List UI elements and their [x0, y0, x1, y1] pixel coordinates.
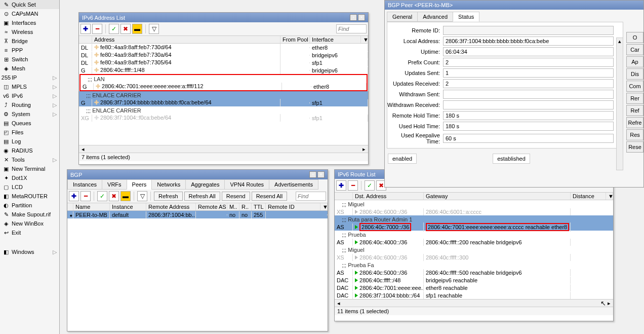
- sidebar-item-exit[interactable]: ↩Exit: [0, 228, 59, 237]
- tab-aggregates[interactable]: Aggregates: [185, 179, 225, 190]
- tab-vrfs[interactable]: VRFs: [102, 179, 127, 190]
- h-scrollbar[interactable]: ◂ ▸: [79, 145, 368, 153]
- filter-button[interactable]: ▽: [149, 24, 159, 34]
- resend-all-button[interactable]: Resend All: [252, 192, 288, 201]
- scroll-right-icon[interactable]: ▸: [606, 300, 612, 306]
- table-row[interactable]: XS 2806:40c:6000::/36 2806:40c:6001::a:c…: [335, 208, 613, 215]
- sidebar-item-metarouter[interactable]: ◧MetaROUTER: [0, 192, 59, 201]
- tab-instances[interactable]: Instances: [67, 179, 102, 190]
- sidebar-item-queues[interactable]: ▤Queues: [0, 119, 59, 128]
- side-btn-rer[interactable]: Rer: [626, 93, 643, 104]
- table-row[interactable]: DL✚ fe80::4aa9:8aff:feb7:730a/64bridgeip…: [79, 51, 368, 59]
- sidebar-item-switch[interactable]: ⊞Switch: [0, 55, 59, 64]
- sidebar-windows[interactable]: ◧ Windows ▷: [0, 247, 59, 256]
- side-btn-ref[interactable]: Ref: [626, 105, 643, 116]
- address-table-header[interactable]: Address From Pool Interface ▼: [79, 36, 368, 44]
- table-row[interactable]: DAC 2806:40c:ffff::/48 bridgeipv6 reacha…: [335, 276, 613, 284]
- find-input[interactable]: [296, 192, 326, 201]
- sidebar-item-bridge[interactable]: ⊼Bridge: [0, 36, 59, 46]
- h-scrollbar[interactable]: ◂ ↖ ▸: [335, 299, 613, 307]
- table-row[interactable]: XG ✚ 2806:3f7:1004::f0ca:bebe/64 sfp1: [79, 114, 368, 122]
- resend-button[interactable]: Resend: [222, 192, 250, 201]
- sidebar-item-ppp[interactable]: ≡PPP: [0, 46, 59, 55]
- minimize-button[interactable]: ▫: [309, 171, 316, 178]
- sidebar-item-routing[interactable]: ⤴Routing▷: [0, 100, 59, 109]
- sidebar-item-lcd[interactable]: ▢LCD: [0, 182, 59, 192]
- tab-status[interactable]: Status: [453, 12, 479, 22]
- tab-general[interactable]: General: [387, 12, 418, 22]
- comment-button[interactable]: ▬: [132, 24, 142, 34]
- side-btn-rese[interactable]: Rese: [626, 141, 643, 153]
- sidebar-item-capsman[interactable]: ⊙CAPsMAN: [0, 9, 59, 18]
- add-button[interactable]: ✚: [80, 24, 91, 34]
- table-row[interactable]: DAC 2806:40c:7001:eeee:eee.. ether8 reac…: [335, 284, 613, 291]
- sidebar-item-interfaces[interactable]: ▣Interfaces: [0, 18, 59, 27]
- add-button[interactable]: ✚: [69, 191, 79, 201]
- side-btn-ap[interactable]: Ap: [626, 56, 643, 67]
- sidebar-item-quick-set[interactable]: ✎Quick Set: [0, 0, 59, 9]
- side-btn-com[interactable]: Com: [626, 81, 643, 92]
- sidebar-item-partition[interactable]: ◐Partition: [0, 201, 59, 210]
- table-row-selected[interactable]: G ✚ 2806:3f7:1004:bbbb:bbbb:bbbb:f0ca:be…: [79, 99, 368, 106]
- scroll-right-icon[interactable]: ▸: [361, 146, 367, 152]
- scroll-left-icon[interactable]: ◂: [80, 146, 86, 152]
- window-titlebar[interactable]: IPv6 Address List ▫ ×: [79, 13, 368, 22]
- table-row[interactable]: DL✚ fe80::4aa9:8aff:feb7:7305/64sfp1: [79, 59, 368, 66]
- refresh-all-button[interactable]: Refresh All: [184, 192, 220, 201]
- tab-vpn4 routes[interactable]: VPN4 Routes: [224, 179, 269, 190]
- close-button[interactable]: ×: [358, 14, 365, 21]
- sidebar-item-new-winbox[interactable]: ◈New WinBox: [0, 219, 59, 228]
- remove-button[interactable]: ━: [92, 24, 102, 34]
- enable-button[interactable]: ✓: [97, 191, 107, 201]
- pool-header[interactable]: From Pool: [280, 36, 310, 43]
- tab-advanced[interactable]: Advanced: [417, 12, 453, 22]
- disable-button[interactable]: ✖: [120, 24, 131, 34]
- side-btn-dis[interactable]: Dis: [626, 68, 643, 80]
- window-titlebar[interactable]: BGP Peer <PEER-to-MB>: [385, 1, 643, 10]
- sidebar-item-system[interactable]: ⚙System▷: [0, 109, 59, 119]
- remove-button[interactable]: ━: [348, 180, 358, 191]
- side-btn-o[interactable]: O: [626, 32, 643, 43]
- sidebar-item-ipv6[interactable]: v6IPv6▷: [0, 91, 59, 100]
- address-header[interactable]: Address: [92, 36, 280, 43]
- sidebar-item-radius[interactable]: ◉RADIUS: [0, 146, 59, 155]
- enable-button[interactable]: ✓: [365, 180, 375, 191]
- side-btn-res[interactable]: Res: [626, 129, 643, 140]
- filter-button[interactable]: ▽: [137, 191, 147, 201]
- sidebar-item-ip[interactable]: 255IP▷: [0, 73, 59, 82]
- v-scrollbar[interactable]: ▴: [616, 38, 623, 170]
- add-button[interactable]: ✚: [336, 180, 346, 191]
- interface-header[interactable]: Interface: [310, 36, 361, 43]
- enable-button[interactable]: ✓: [109, 24, 119, 34]
- remove-button[interactable]: ━: [80, 191, 91, 201]
- table-row[interactable]: DL✚ fe80::4aa9:8aff:feb7:730d/64ether8: [79, 44, 368, 51]
- table-row[interactable]: G ✚ 2806:40c:7001:eeee:eeee:eeee:a:ffff/…: [80, 83, 367, 90]
- sidebar-item-make-supout.rif[interactable]: ✎Make Supout.rif: [0, 210, 59, 219]
- window-titlebar[interactable]: BGP ▫ ×: [67, 170, 328, 179]
- find-input[interactable]: [336, 24, 367, 33]
- table-row[interactable]: AS 2806:40c:5000::/36 2806:40c:ffff::500…: [335, 269, 613, 276]
- sidebar-item-files[interactable]: ◰Files: [0, 128, 59, 137]
- scroll-left-icon[interactable]: ◂: [336, 300, 342, 306]
- sidebar-item-mpls[interactable]: ◫MPLS▷: [0, 82, 59, 91]
- side-btn-refre[interactable]: Refre: [626, 117, 643, 128]
- side-btn-car[interactable]: Car: [626, 44, 643, 55]
- route-table-header[interactable]: Dst. Address Gateway Distance ▼: [335, 193, 613, 200]
- bgp-peer-row[interactable]: ⬥ PEER-to-MB default 2806:3f7:1004:bb.. …: [67, 211, 328, 218]
- table-row[interactable]: AS 2806:40c:4000::/36 2806:40c:ffff::200…: [335, 238, 613, 246]
- refresh-button[interactable]: Refresh: [154, 192, 183, 201]
- tab-peers[interactable]: Peers: [127, 179, 152, 190]
- table-row[interactable]: XS 2806:40c:6000::/36 2806:40c:ffff::300: [335, 253, 613, 261]
- comment-button[interactable]: ▬: [120, 191, 131, 201]
- table-row[interactable]: G✚ 2806:40c:ffff::1/48bridgeipv6: [79, 66, 368, 74]
- bgp-table-header[interactable]: Name Instance Remote Address Remote AS M…: [67, 203, 328, 211]
- tab-networks[interactable]: Networks: [151, 179, 186, 190]
- sidebar-item-wireless[interactable]: ≈Wireless: [0, 27, 59, 36]
- minimize-button[interactable]: ▫: [350, 14, 357, 21]
- sidebar-item-log[interactable]: ▤Log: [0, 137, 59, 146]
- sidebar-item-dot1x[interactable]: ✦Dot1X: [0, 173, 59, 182]
- table-row[interactable]: DAC 2806:3f7:1004:bbbb::/64 sfp1 reachab…: [335, 291, 613, 299]
- table-row-selected[interactable]: AS 2806:40c:7000::/36 2806:40c:7001:eeee…: [335, 223, 613, 231]
- sidebar-item-mesh[interactable]: ◈Mesh: [0, 64, 59, 73]
- close-button[interactable]: ×: [317, 171, 325, 178]
